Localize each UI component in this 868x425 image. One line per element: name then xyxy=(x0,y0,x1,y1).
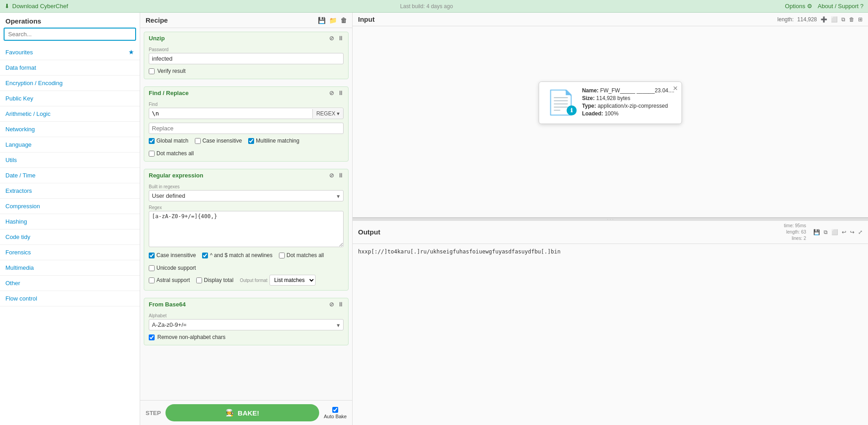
op-regex-icons: ⊘ ⏸ xyxy=(329,172,344,179)
sidebar-item-multimedia[interactable]: Multimedia xyxy=(0,260,140,276)
global-match-option[interactable]: Global match xyxy=(149,138,189,144)
output-redo-icon[interactable]: ↪ xyxy=(850,229,854,235)
alphabet-field-group: Alphabet A-Za-z0-9+/= xyxy=(149,313,344,330)
output-lines-value: 2 xyxy=(803,236,806,241)
folder-icon[interactable]: 📁 xyxy=(329,17,337,24)
about-button[interactable]: About / Support ? xyxy=(818,3,863,10)
sidebar-item-forensics[interactable]: Forensics xyxy=(0,245,140,260)
sidebar-item-extractors[interactable]: Extractors xyxy=(0,183,140,199)
output-copy-icon[interactable]: ⧉ xyxy=(824,229,828,235)
remove-non-alphabet-checkbox[interactable] xyxy=(149,334,155,340)
input-copy-icon[interactable]: ⧉ xyxy=(841,16,845,23)
op-from-base64-title: From Base64 xyxy=(149,301,186,308)
password-input[interactable] xyxy=(149,53,344,64)
download-section[interactable]: ⬇ Download CyberChef xyxy=(5,3,68,10)
op-from-base64-pause-icon[interactable]: ⏸ xyxy=(338,301,344,308)
output-save-icon[interactable]: 💾 xyxy=(813,229,820,235)
file-name-value: FW_FW_____ ______23.04.... xyxy=(600,87,674,94)
op-regex-disable-icon[interactable]: ⊘ xyxy=(329,172,334,179)
sidebar-item-compression[interactable]: Compression xyxy=(0,199,140,214)
input-expand-icon[interactable]: ⬜ xyxy=(831,16,838,23)
bake-button[interactable]: 🧑‍🍳 BAKE! xyxy=(165,404,319,421)
input-length-value: 114,928 xyxy=(797,16,817,23)
dot-matches-all-option[interactable]: Dot matches all xyxy=(149,150,194,157)
regex-caret-dollar-option[interactable]: ^ and $ match at newlines xyxy=(202,252,272,258)
regex-caret-dollar-checkbox[interactable] xyxy=(202,253,208,258)
op-regex-pause-icon[interactable]: ⏸ xyxy=(338,172,344,179)
output-format-select[interactable]: List matches xyxy=(269,275,316,286)
regex-mode-button[interactable]: REGEX ▾ xyxy=(312,109,343,118)
input-trash-icon[interactable]: 🗑 xyxy=(849,16,854,23)
output-expand-icon[interactable]: ⬜ xyxy=(831,229,838,235)
dot-matches-all-checkbox[interactable] xyxy=(149,151,155,157)
regex-case-insensitive-checkbox[interactable] xyxy=(149,253,155,258)
sidebar-item-data-format[interactable]: Data format xyxy=(0,60,140,76)
search-input[interactable] xyxy=(4,28,136,41)
sidebar-item-hashing[interactable]: Hashing xyxy=(0,214,140,229)
op-unzip-pause-icon[interactable]: ⏸ xyxy=(338,35,344,42)
output-fullscreen-icon[interactable]: ⤢ xyxy=(858,229,863,235)
sidebar-item-favourites[interactable]: Favourites★ xyxy=(0,44,140,60)
recipe-title: Recipe xyxy=(146,16,168,24)
trash-icon[interactable]: 🗑 xyxy=(340,17,347,24)
regex-input[interactable]: [a-zA-Z0-9+/=]{400,} xyxy=(149,211,344,247)
input-grid-icon[interactable]: ⊞ xyxy=(858,16,863,23)
multiline-matching-option[interactable]: Multiline matching xyxy=(248,138,299,144)
op-unzip-icons: ⊘ ⏸ xyxy=(329,35,344,42)
file-size-row: Size: 114,928 bytes xyxy=(582,95,674,101)
find-input[interactable] xyxy=(149,108,312,119)
sidebar-item-encryption---encoding[interactable]: Encryption / Encoding xyxy=(0,76,140,91)
built-in-select[interactable]: User defined xyxy=(149,190,344,201)
replace-input[interactable] xyxy=(149,123,344,134)
input-title: Input xyxy=(358,15,375,23)
download-label[interactable]: Download CyberChef xyxy=(12,3,68,10)
op-regex-header: Regular expression ⊘ ⏸ xyxy=(144,169,348,181)
sidebar-item-other[interactable]: Other xyxy=(0,276,140,291)
op-from-base64-disable-icon[interactable]: ⊘ xyxy=(329,301,334,308)
global-match-checkbox[interactable] xyxy=(149,138,155,144)
built-in-select-wrapper: User defined xyxy=(149,190,344,201)
built-in-regexes-group: Built in regexes User defined xyxy=(149,184,344,201)
alphabet-select[interactable]: A-Za-z0-9+/= xyxy=(149,319,344,330)
multiline-matching-checkbox[interactable] xyxy=(248,138,254,144)
verify-result-checkbox[interactable] xyxy=(149,68,155,74)
regex-display-total-option[interactable]: Display total xyxy=(196,277,233,283)
output-undo-icon[interactable]: ↩ xyxy=(842,229,846,235)
file-loaded-row: Loaded: 100% xyxy=(582,110,674,117)
sidebar-item-code-tidy[interactable]: Code tidy xyxy=(0,229,140,245)
file-popup-close-button[interactable]: ✕ xyxy=(673,85,678,92)
regex-astral-checkbox[interactable] xyxy=(149,277,155,283)
output-header: Output time: 95ms length: 63 lines: 2 💾 … xyxy=(353,221,868,244)
regex-display-total-checkbox[interactable] xyxy=(196,277,202,283)
sidebar-item-networking[interactable]: Networking xyxy=(0,122,140,137)
case-insensitive-checkbox[interactable] xyxy=(195,138,201,144)
input-add-icon[interactable]: ➕ xyxy=(821,16,827,23)
regex-dot-all-option[interactable]: Dot matches all xyxy=(279,252,324,258)
global-match-label: Global match xyxy=(156,138,189,144)
options-button[interactable]: Options ⚙ xyxy=(785,3,812,10)
op-find-replace-disable-icon[interactable]: ⊘ xyxy=(329,90,334,96)
regex-dot-all-label: Dot matches all xyxy=(287,252,324,258)
op-find-replace-pause-icon[interactable]: ⏸ xyxy=(338,90,344,96)
op-unzip-disable-icon[interactable]: ⊘ xyxy=(329,35,334,42)
input-length-label: length: xyxy=(778,16,794,23)
regex-case-insensitive-option[interactable]: Case insensitive xyxy=(149,252,196,258)
sidebar-item-date---time[interactable]: Date / Time xyxy=(0,168,140,183)
replace-field-group xyxy=(149,123,344,134)
sidebar-item-language[interactable]: Language xyxy=(0,137,140,153)
sidebar-item-public-key[interactable]: Public Key xyxy=(0,91,140,106)
regex-astral-option[interactable]: Astral support xyxy=(149,277,190,283)
sidebar-item-utils[interactable]: Utils xyxy=(0,153,140,168)
save-icon[interactable]: 💾 xyxy=(318,17,326,24)
regex-dot-all-checkbox[interactable] xyxy=(279,253,285,258)
sidebar-item-flow-control[interactable]: Flow control xyxy=(0,291,140,306)
case-insensitive-option[interactable]: Case insensitive xyxy=(195,138,242,144)
output-length-label: length: xyxy=(786,229,801,234)
sidebar-item-arithmetic---logic[interactable]: Arithmetic / Logic xyxy=(0,106,140,122)
sidebar-title: Operations xyxy=(0,13,140,28)
output-time-label: time: xyxy=(784,223,795,228)
auto-bake-checkbox[interactable] xyxy=(332,407,338,413)
regex-unicode-checkbox[interactable] xyxy=(149,265,155,271)
step-button[interactable]: STEP xyxy=(146,410,161,416)
regex-unicode-option[interactable]: Unicode support xyxy=(149,265,196,271)
